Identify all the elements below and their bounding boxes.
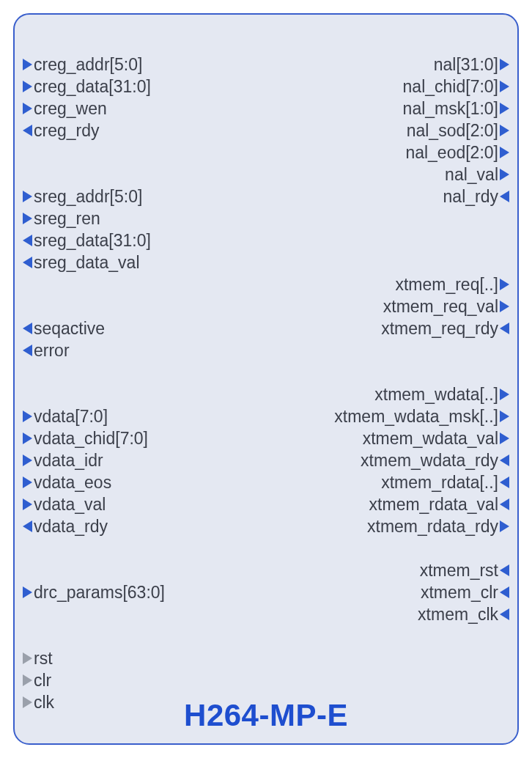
port-sreg-data: sreg_data[31:0] [23,229,151,251]
input-arrow-icon [23,476,32,488]
port-label: vdata_val [34,495,106,515]
port-sreg-data-val: sreg_data_val [23,251,140,273]
port-label: vdata_idr [34,451,103,471]
port-xtmem-wdata-msk: xtmem_wdata_msk[..] [334,405,509,427]
input-arrow-icon [23,586,32,598]
port-label: creg_rdy [34,121,99,141]
port-label: nal_eod[2:0] [405,143,498,163]
port-label: xtmem_wdata_msk[..] [334,407,498,427]
port-label: nal[31:0] [434,55,498,75]
port-label: xtmem_wdata[..] [374,385,498,405]
port-xtmem-rst: xtmem_rst [420,559,509,581]
output-arrow-icon [23,520,32,532]
input-arrow-icon [23,411,32,422]
port-label: xtmem_req[..] [395,275,498,295]
output-arrow-icon [500,301,509,312]
port-creg-data: creg_data[31:0] [23,76,151,97]
input-arrow-icon [500,455,509,466]
output-arrow-icon [500,59,509,70]
input-arrow-icon [500,191,509,202]
port-label: xtmem_clk [418,605,498,625]
port-label: xtmem_rdata_val [369,495,498,515]
output-arrow-icon [23,345,32,356]
port-xtmem-req-rdy: xtmem_req_rdy [381,317,509,339]
port-label: vdata_eos [34,473,111,493]
port-xtmem-wdata-val: xtmem_wdata_val [363,427,509,449]
port-rst: rst [23,647,53,669]
port-nal-rdy: nal_rdy [443,185,509,207]
port-label: vdata_rdy [34,517,108,537]
port-label: nal_val [445,165,498,185]
input-arrow-icon [23,81,32,92]
output-arrow-icon [23,257,32,268]
output-arrow-icon [23,235,32,246]
input-arrow-icon [23,433,32,444]
port-label: xtmem_req_rdy [381,319,498,339]
input-arrow-icon [23,455,32,466]
port-label: xtmem_wdata_val [363,429,498,449]
port-nal-val: nal_val [445,163,509,185]
output-arrow-icon [500,389,509,400]
port-label: xtmem_rdata[..] [381,473,498,493]
port-label: creg_wen [34,99,107,119]
port-vdata-eos: vdata_eos [23,471,111,493]
port-sreg-addr: sreg_addr[5:0] [23,185,142,207]
input-arrow-icon [500,586,509,598]
output-arrow-icon [23,674,32,686]
port-label: xtmem_rdata_rdy [367,517,498,537]
port-drc-params: drc_params[63:0] [23,581,165,603]
port-clr: clr [23,669,51,691]
output-arrow-icon [500,411,509,422]
input-arrow-icon [23,191,32,202]
input-arrow-icon [23,103,32,114]
input-arrow-icon [500,476,509,488]
output-arrow-icon [500,433,509,444]
port-label: sreg_data[31:0] [34,231,151,251]
output-arrow-icon [500,169,509,180]
port-vdata-idr: vdata_idr [23,449,103,471]
port-xtmem-clk: xtmem_clk [418,603,509,625]
port-nal-chid: nal_chid[7:0] [403,76,509,97]
input-arrow-icon [500,608,509,620]
port-xtmem-req-val: xtmem_req_val [383,295,509,317]
output-arrow-icon [500,279,509,290]
port-xtmem-wdata-rdy: xtmem_wdata_rdy [361,449,509,471]
input-arrow-icon [500,498,509,510]
ip-block: creg_addr[5:0]creg_data[31:0]creg_wencre… [13,13,519,745]
port-label: vdata_chid[7:0] [34,429,148,449]
port-label: drc_params[63:0] [34,583,165,603]
port-xtmem-req: xtmem_req[..] [395,273,509,295]
port-label: vdata[7:0] [34,407,108,427]
port-vdata-val: vdata_val [23,493,106,515]
port-label: error [34,341,70,361]
port-label: seqactive [34,319,105,339]
output-arrow-icon [500,147,509,158]
port-nal: nal[31:0] [434,54,509,76]
block-title: H264-MP-E [15,698,517,733]
port-label: nal_msk[1:0] [403,99,498,119]
port-vdata-chid: vdata_chid[7:0] [23,427,148,449]
input-arrow-icon [500,564,509,576]
output-arrow-icon [500,520,509,532]
port-error: error [23,339,70,361]
port-vdata: vdata[7:0] [23,405,108,427]
output-arrow-icon [23,125,32,136]
port-label: clr [34,671,51,691]
port-label: creg_data[31:0] [34,77,151,97]
port-label: rst [34,649,53,669]
port-label: xtmem_rst [420,561,498,581]
port-label: nal_rdy [443,187,498,207]
port-label: xtmem_req_val [383,297,498,317]
port-creg-addr: creg_addr[5:0] [23,54,142,76]
port-nal-eod: nal_eod[2:0] [405,141,509,163]
port-xtmem-rdata: xtmem_rdata[..] [381,471,509,493]
port-xtmem-clr: xtmem_clr [421,581,509,603]
input-arrow-icon [23,498,32,510]
port-nal-msk: nal_msk[1:0] [403,97,509,119]
output-arrow-icon [500,81,509,92]
port-label: nal_chid[7:0] [403,77,498,97]
port-sreg-ren: sreg_ren [23,207,100,229]
port-label: sreg_data_val [34,253,140,273]
port-xtmem-wdata: xtmem_wdata[..] [374,383,509,405]
output-arrow-icon [23,323,32,334]
